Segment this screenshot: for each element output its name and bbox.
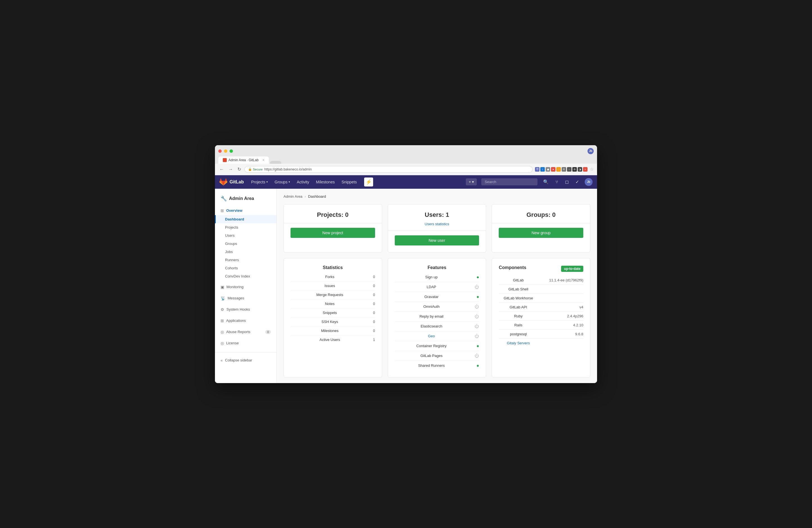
abuse-reports-header[interactable]: ◎ Abuse Reports 0 (215, 327, 276, 336)
add-icon: + (469, 180, 471, 184)
feature-name: Elasticsearch (395, 321, 468, 331)
stat-value: 0 (369, 281, 375, 290)
nav-activity[interactable]: Activity (294, 179, 312, 185)
stat-label: Milestones (291, 326, 369, 335)
gitlab-logo-icon (219, 178, 227, 186)
license-header[interactable]: ◎ License (215, 339, 276, 348)
overview-section-header[interactable]: ⊞ Overview (215, 206, 276, 215)
feature-status: ⏻ (468, 282, 479, 292)
groups-card: Groups: 0 New group (492, 204, 590, 252)
components-header: Components up-to-date (499, 265, 583, 273)
components-status-badge: up-to-date (561, 266, 583, 272)
gitlab-wordmark: GitLab (230, 179, 244, 185)
projects-chevron: ▾ (266, 180, 268, 184)
applications-header[interactable]: ⊞ Applications (215, 316, 276, 325)
breadcrumb-parent[interactable]: Admin Area (284, 194, 302, 199)
nav-projects[interactable]: Projects ▾ (248, 179, 271, 185)
table-row: Milestones0 (291, 326, 375, 335)
feature-off-indicator: ⏻ (475, 314, 479, 319)
sidebar-item-runners[interactable]: Runners (215, 256, 276, 264)
main-content: Admin Area › Dashboard Projects: 0 New p… (277, 189, 597, 383)
merge-request-icon[interactable]: ⑂ (554, 178, 560, 186)
sidebar-section-license: ◎ License (215, 339, 276, 348)
feature-label: Elasticsearch (421, 324, 442, 328)
active-tab[interactable]: Admin Area · GitLab × (218, 157, 269, 164)
sidebar-item-convdev[interactable]: ConvDev Index (215, 272, 276, 280)
component-label: Rails (514, 323, 522, 327)
address-bar: ← → ↻ 🔒 Secure https://gitlab.bakeneco.i… (215, 164, 597, 175)
new-project-button[interactable]: New project (291, 228, 375, 238)
feature-label: Gravatar (424, 295, 439, 299)
component-link[interactable]: Gitaly Servers (507, 341, 530, 345)
ext-icon-3[interactable]: ◼ (546, 167, 550, 172)
table-row: Forks0 (291, 273, 375, 281)
statistics-title: Statistics (291, 265, 375, 270)
new-group-button[interactable]: New group (499, 228, 583, 238)
top-cards-row: Projects: 0 New project Users: 1 Users s… (284, 204, 590, 252)
ext-icon-4[interactable]: ● (551, 167, 555, 172)
sidebar-item-jobs[interactable]: Jobs (215, 248, 276, 256)
close-dot[interactable] (218, 149, 222, 153)
nav-snippets[interactable]: Snippets (338, 179, 359, 185)
user-avatar[interactable]: Jb (585, 178, 593, 186)
system-hooks-header[interactable]: ⚙ System Hooks (215, 305, 276, 314)
gitlab-logo[interactable]: GitLab (219, 178, 244, 186)
reload-button[interactable]: ↻ (236, 166, 242, 173)
tab-close-btn[interactable]: × (262, 158, 264, 162)
sidebar-item-dashboard[interactable]: Dashboard (215, 215, 276, 223)
features-card: Features Sign up●LDAP⏻Gravatar●OmniAuth⏻… (388, 258, 487, 378)
ext-icon-10[interactable]: × (583, 167, 588, 172)
components-title: Components (499, 265, 526, 270)
table-row: Active Users1 (291, 335, 375, 344)
component-name: postgresql (499, 329, 538, 338)
search-icon[interactable]: 🔍 (542, 178, 550, 186)
nav-milestones[interactable]: Milestones (313, 179, 338, 185)
feature-status: ● (468, 273, 479, 282)
feature-on-indicator: ● (477, 294, 479, 299)
back-button[interactable]: ← (218, 166, 225, 173)
sidebar-header: 🔧 Admin Area (215, 193, 276, 206)
top-navigation: GitLab Projects ▾ Groups ▾ Activity Mile… (215, 175, 597, 189)
ext-icon-9[interactable]: ◑ (578, 167, 582, 172)
search-input[interactable] (481, 178, 537, 185)
thunder-button[interactable]: ⚡ (364, 177, 373, 187)
feature-label: Shared Runners (418, 363, 445, 368)
issues-icon[interactable]: ◻ (564, 178, 570, 186)
collapse-sidebar-btn[interactable]: « Collapse sidebar (215, 356, 276, 365)
sidebar-item-users[interactable]: Users (215, 231, 276, 239)
nav-groups[interactable]: Groups ▾ (272, 179, 293, 185)
new-user-button[interactable]: New user (395, 235, 479, 246)
groups-count: Groups: 0 (499, 211, 583, 219)
todo-icon[interactable]: ✓ (574, 178, 580, 186)
add-button[interactable]: + ▾ (466, 178, 477, 185)
users-statistics-link[interactable]: Users statistics (395, 222, 479, 226)
component-label: GitLab Shell (508, 287, 528, 291)
bottom-cards-row: Statistics Forks0Issues0Merge Requests0N… (284, 258, 590, 378)
minimize-dot[interactable] (224, 149, 227, 153)
sidebar-item-projects[interactable]: Projects (215, 223, 276, 231)
feature-off-indicator: ⏻ (475, 353, 479, 358)
feature-label: Sign up (425, 275, 437, 279)
component-name: GitLab Shell (499, 284, 538, 293)
ext-icon-2[interactable]: i (540, 167, 545, 172)
messages-section-header[interactable]: 📡 Messages (215, 294, 276, 303)
sidebar-item-cohorts[interactable]: Cohorts (215, 264, 276, 272)
monitoring-section-header[interactable]: ▣ Monitoring (215, 282, 276, 292)
ext-icon-1[interactable]: 理 (535, 167, 539, 172)
feature-link[interactable]: Geo (428, 334, 435, 338)
sidebar-title: Admin Area (229, 196, 254, 201)
table-row: SSH Keys0 (291, 317, 375, 326)
users-divider (388, 231, 486, 231)
forward-button[interactable]: → (227, 166, 234, 173)
sidebar-item-groups[interactable]: Groups (215, 239, 276, 248)
lock-icon: 🔒 (248, 167, 252, 171)
ext-icon-5[interactable]: □ (556, 167, 561, 172)
address-box[interactable]: 🔒 Secure https://gitlab.bakeneco.io/admi… (244, 166, 533, 173)
ext-icon-7[interactable]: ○ (567, 167, 571, 172)
maximize-dot[interactable] (230, 149, 233, 153)
ext-icon-8[interactable]: ⚙ (572, 167, 577, 172)
feature-status: ⏻ (468, 302, 479, 311)
inactive-tab[interactable] (270, 161, 281, 164)
ext-icon-6[interactable]: R (562, 167, 566, 172)
bookmark-icon[interactable]: ☆ (590, 166, 594, 172)
